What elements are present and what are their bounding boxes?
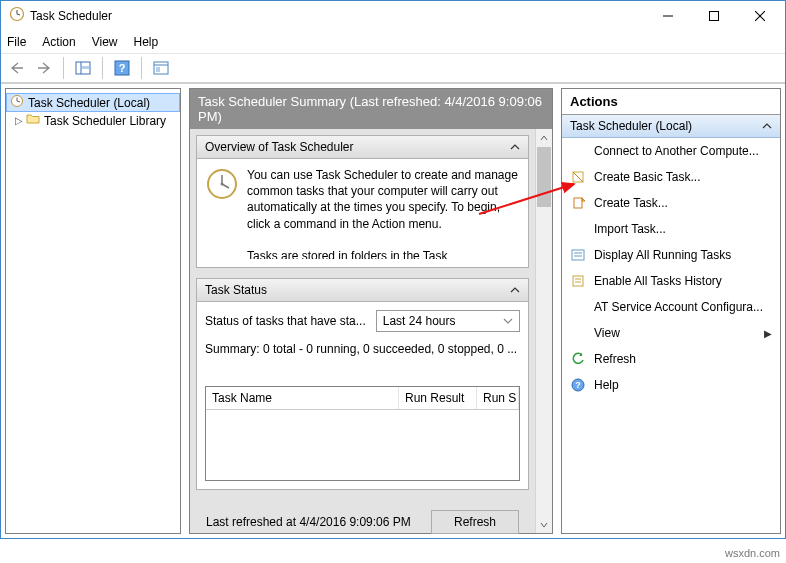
action-label: Connect to Another Compute... <box>594 144 759 158</box>
action-import-task[interactable]: Import Task... <box>562 216 780 242</box>
action-label: Import Task... <box>594 222 666 236</box>
watermark: wsxdn.com <box>725 547 780 559</box>
table-body <box>206 410 519 480</box>
clock-icon <box>10 94 24 111</box>
col-run-result[interactable]: Run Result <box>399 387 477 409</box>
window-controls <box>645 1 783 31</box>
svg-text:?: ? <box>119 62 126 74</box>
action-label: AT Service Account Configura... <box>594 300 763 314</box>
chevron-down-icon <box>503 316 513 326</box>
refresh-button[interactable]: Refresh <box>431 510 519 534</box>
tree-root-node[interactable]: Task Scheduler (Local) <box>6 93 180 112</box>
show-tree-button[interactable] <box>71 56 95 80</box>
menu-action[interactable]: Action <box>42 35 75 49</box>
action-enable-history[interactable]: Enable All Tasks History <box>562 268 780 294</box>
center-header: Task Scheduler Summary (Last refreshed: … <box>190 89 552 129</box>
status-range-value: Last 24 hours <box>383 314 456 328</box>
task-status-panel: Task Status Status of tasks that have st… <box>196 278 529 490</box>
action-view[interactable]: View ▶ <box>562 320 780 346</box>
help-button[interactable]: ? <box>110 56 134 80</box>
svg-rect-9 <box>82 66 89 69</box>
task-table: Task Name Run Result Run S <box>205 386 520 481</box>
action-at-service[interactable]: AT Service Account Configura... <box>562 294 780 320</box>
action-refresh[interactable]: Refresh <box>562 346 780 372</box>
blank-icon <box>570 299 586 315</box>
action-label: Help <box>594 378 619 392</box>
menu-help[interactable]: Help <box>134 35 159 49</box>
back-button[interactable] <box>5 56 29 80</box>
svg-rect-4 <box>710 12 719 21</box>
status-label: Status of tasks that have sta... <box>205 314 366 328</box>
folder-icon <box>26 113 40 128</box>
center-pane: Task Scheduler Summary (Last refreshed: … <box>189 88 553 534</box>
annotation-arrow <box>474 179 584 219</box>
svg-text:?: ? <box>575 380 581 390</box>
action-display-running[interactable]: Display All Running Tasks <box>562 242 780 268</box>
action-create-basic-task[interactable]: Create Basic Task... <box>562 164 780 190</box>
center-footer: Last refreshed at 4/4/2016 9:09:06 PM Re… <box>196 500 529 540</box>
tree-pane: Task Scheduler (Local) ▷ Task Scheduler … <box>5 88 181 534</box>
menu-view[interactable]: View <box>92 35 118 49</box>
close-button[interactable] <box>737 1 783 31</box>
status-summary: Summary: 0 total - 0 running, 0 succeede… <box>205 342 520 356</box>
svg-rect-28 <box>573 276 583 286</box>
tree-child-label: Task Scheduler Library <box>44 114 166 128</box>
actions-section-header[interactable]: Task Scheduler (Local) <box>562 115 780 138</box>
collapse-icon[interactable] <box>510 285 520 295</box>
col-run-start[interactable]: Run S <box>477 387 519 409</box>
collapse-icon[interactable] <box>510 142 520 152</box>
history-icon <box>570 273 586 289</box>
forward-button[interactable] <box>32 56 56 80</box>
blank-icon <box>570 221 586 237</box>
maximize-button[interactable] <box>691 1 737 31</box>
last-refreshed-text: Last refreshed at 4/4/2016 9:09:06 PM <box>206 515 411 529</box>
titlebar[interactable]: Task Scheduler <box>1 1 785 31</box>
app-icon <box>9 6 25 26</box>
toolbar-divider <box>63 57 64 79</box>
minimize-button[interactable] <box>645 1 691 31</box>
toolbar-divider <box>141 57 142 79</box>
main-body: Task Scheduler (Local) ▷ Task Scheduler … <box>1 83 785 538</box>
action-label: View <box>594 326 620 340</box>
col-task-name[interactable]: Task Name <box>206 387 399 409</box>
task-status-title: Task Status <box>205 283 267 297</box>
properties-button[interactable] <box>149 56 173 80</box>
table-header-row: Task Name Run Result Run S <box>206 387 519 410</box>
action-label: Refresh <box>594 352 636 366</box>
refresh-icon <box>570 351 586 367</box>
menubar: File Action View Help <box>1 31 785 53</box>
window-title: Task Scheduler <box>30 9 645 23</box>
expand-icon[interactable]: ▷ <box>13 115 25 126</box>
action-connect[interactable]: Connect to Another Compute... <box>562 138 780 164</box>
action-create-task[interactable]: Create Task... <box>562 190 780 216</box>
actions-section-label: Task Scheduler (Local) <box>570 119 692 133</box>
tree-root-label: Task Scheduler (Local) <box>28 96 150 110</box>
action-label: Create Task... <box>594 196 668 210</box>
action-label: Enable All Tasks History <box>594 274 722 288</box>
menu-file[interactable]: File <box>7 35 26 49</box>
svg-rect-14 <box>156 67 160 72</box>
overview-header[interactable]: Overview of Task Scheduler <box>197 136 528 159</box>
blank-icon <box>570 143 586 159</box>
submenu-arrow-icon: ▶ <box>764 328 772 339</box>
toolbar: ? <box>1 53 785 83</box>
actions-title: Actions <box>562 89 780 115</box>
actions-list: Connect to Another Compute... Create Bas… <box>562 138 780 533</box>
scroll-up-icon[interactable] <box>536 129 552 146</box>
actions-pane: Actions Task Scheduler (Local) Connect t… <box>561 88 781 534</box>
action-help[interactable]: ? Help <box>562 372 780 398</box>
toolbar-divider <box>102 57 103 79</box>
collapse-icon[interactable] <box>762 121 772 131</box>
tree-child-node[interactable]: ▷ Task Scheduler Library <box>6 112 180 129</box>
task-status-header[interactable]: Task Status <box>197 279 528 302</box>
scroll-down-icon[interactable] <box>536 516 552 533</box>
svg-rect-25 <box>572 250 584 260</box>
help-icon: ? <box>570 377 586 393</box>
list-icon <box>570 247 586 263</box>
clock-icon <box>205 167 239 259</box>
overview-para2: Tasks are stored in folders in the Task <box>247 249 448 259</box>
app-window: Task Scheduler File Action View Help ? T… <box>0 0 786 539</box>
overview-title: Overview of Task Scheduler <box>205 140 354 154</box>
svg-line-22 <box>479 184 574 214</box>
status-range-dropdown[interactable]: Last 24 hours <box>376 310 520 332</box>
